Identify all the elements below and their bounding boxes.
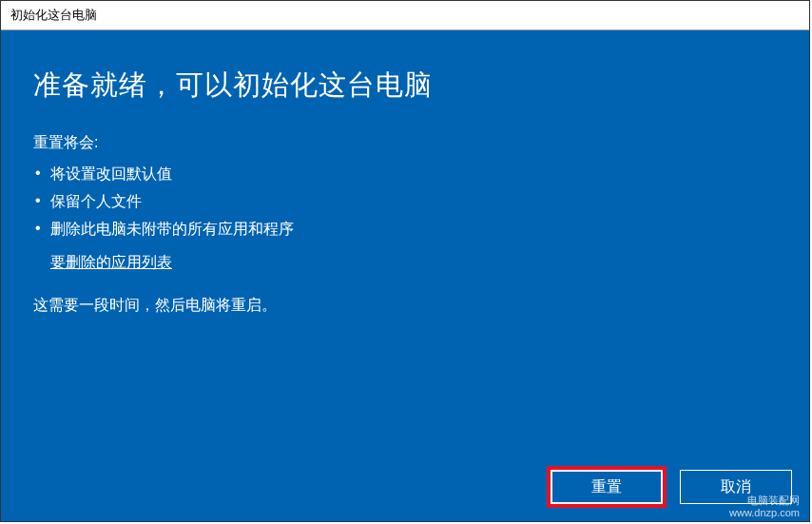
watermark: 电脑装配网 www.dnzp.com (729, 495, 800, 519)
window-title: 初始化这台电脑 (10, 8, 97, 22)
dialog-content: 准备就绪，可以初始化这台电脑 重置将会: 将设置改回默认值 保留个人文件 删除此… (1, 30, 809, 521)
titlebar: 初始化这台电脑 (1, 1, 809, 30)
bullet-item: 删除此电脑未附带的所有应用和程序 (33, 216, 777, 243)
watermark-line2: www.dnzp.com (729, 507, 800, 519)
subheading: 重置将会: (33, 133, 777, 153)
bullet-item: 保留个人文件 (33, 188, 777, 216)
reset-button[interactable]: 重置 (551, 470, 663, 504)
apps-to-remove-link[interactable]: 要删除的应用列表 (50, 253, 777, 273)
watermark-line1: 电脑装配网 (729, 495, 800, 507)
restart-note: 这需要一段时间，然后电脑将重启。 (33, 296, 777, 316)
bullet-item: 将设置改回默认值 (33, 161, 777, 188)
dialog-window: 初始化这台电脑 准备就绪，可以初始化这台电脑 重置将会: 将设置改回默认值 保留… (0, 0, 810, 522)
bullet-list: 将设置改回默认值 保留个人文件 删除此电脑未附带的所有应用和程序 (33, 161, 777, 243)
main-heading: 准备就绪，可以初始化这台电脑 (33, 67, 777, 105)
